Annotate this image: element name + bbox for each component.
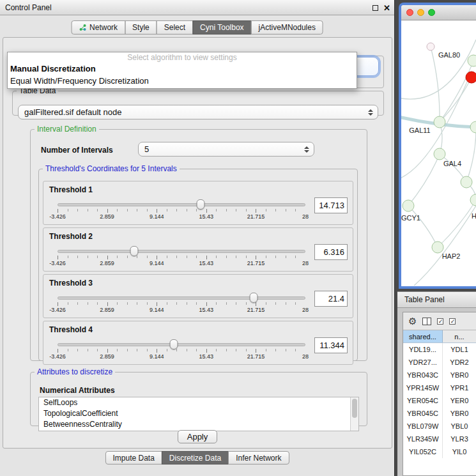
close-icon[interactable]: ✕ [383,4,390,12]
network-node[interactable] [427,43,434,50]
table-cell[interactable]: YLR345W [403,433,443,445]
table-cell[interactable]: YDL1 [443,343,476,356]
checkbox-icon[interactable]: ✓ [437,318,443,325]
threshold-value-field[interactable]: 14.713 [314,197,348,213]
table-cell[interactable]: YLR3 [443,433,476,445]
dropdown-option-manual-discretization[interactable]: Manual Discretization [8,63,357,75]
table-cell[interactable]: YDR2 [443,356,476,369]
threshold-1-panel: Threshold 1 -3.4262.8599.14415.4321.7152… [43,181,353,225]
columns-icon[interactable] [422,318,431,325]
table-row[interactable]: YDR27...YDR2 [403,356,476,369]
maximize-icon[interactable] [372,5,378,11]
slider-track[interactable] [58,250,305,253]
slider-track[interactable] [58,203,305,206]
number-of-intervals-combobox[interactable]: 5 [138,142,314,157]
table-cell[interactable]: YER054C [403,394,443,407]
scrollbar-thumb[interactable] [352,399,357,418]
control-panel-titlebar: Control Panel ✕ [0,0,394,15]
tab-impute-data[interactable]: Impute Data [105,451,162,464]
table-cell[interactable]: YBL0 [443,420,476,433]
column-header-shared-name[interactable]: shared... [403,330,443,342]
slider-track[interactable] [58,343,305,346]
network-node-label: GCY1 [401,214,420,222]
table-row[interactable]: YBL079WYBL0 [403,420,476,433]
table-row[interactable]: YBR043CYBR0 [403,369,476,381]
apply-button[interactable]: Apply [178,430,217,443]
table-row[interactable]: YLR345WYLR3 [403,433,476,445]
network-node[interactable] [432,242,443,253]
numerical-attributes-list[interactable]: SelfLoopsTopologicalCoefficientBetweenne… [38,397,359,431]
tab-cyni-toolbox[interactable]: Cyni Toolbox [192,20,251,35]
number-of-intervals-value: 5 [144,142,149,157]
table-cell[interactable]: YPR1 [443,381,476,394]
tab-style[interactable]: Style [125,20,157,35]
slider-thumb[interactable] [130,246,139,256]
network-canvas[interactable]: GAL80GAL11GAL4GCY1HHAP2 [401,20,476,286]
threshold-value-field[interactable]: 11.344 [314,337,348,353]
tab-select[interactable]: Select [157,20,193,35]
tab-jactivemnodules[interactable]: jActiveMNodules [251,20,323,35]
dropdown-option-equal-width[interactable]: Equal Width/Frequency Discretization [8,75,357,87]
column-header-name[interactable]: n... [443,330,476,342]
threshold-3-slider[interactable]: -3.4262.8599.14415.4321.71528 [58,294,305,316]
table-row[interactable]: YDL19...YDL1 [403,343,476,356]
table-row[interactable]: YIL052CYIL0 [403,445,476,458]
checkbox-icon[interactable]: ✓ [449,318,456,325]
threshold-value-field[interactable]: 6.316 [314,244,348,260]
network-node[interactable] [461,176,472,188]
table-cell[interactable]: YBL079W [403,420,443,433]
network-edge [408,206,438,247]
network-node[interactable] [434,148,445,160]
zoom-traffic-light-icon[interactable] [428,9,435,16]
table-cell[interactable]: YIL0 [443,445,476,458]
network-view-window: GAL80GAL11GAL4GCY1HHAP2 [399,3,476,289]
table-cell[interactable]: YDL19... [403,343,443,356]
tab-infer-network[interactable]: Infer Network [228,451,289,464]
network-node[interactable] [470,121,476,133]
threshold-label: Threshold 2 [49,232,93,241]
scale-tick-label: 9.144 [150,213,164,220]
tab-label: Impute Data [112,454,154,463]
close-traffic-light-icon[interactable] [406,9,413,16]
network-node[interactable] [434,116,445,128]
table-cell[interactable]: YBR0 [443,407,476,420]
tab-discretize-data[interactable]: Discretize Data [162,451,229,464]
tab-network[interactable]: Network [71,20,125,35]
network-node[interactable] [403,200,414,211]
attribute-item[interactable]: SelfLoops [39,397,358,408]
slider-thumb[interactable] [249,293,257,303]
scale-tick-label: 9.144 [150,307,164,313]
network-node-selected[interactable] [466,72,476,83]
table-cell[interactable]: YBR0 [443,369,476,381]
slider-thumb[interactable] [170,339,178,349]
threshold-value-field[interactable]: 21.4 [314,291,348,307]
table-row[interactable]: YER054CYER0 [403,394,476,407]
scale-tick-label: -3.426 [49,213,66,220]
table-header-row: shared... n... [403,330,476,343]
table-cell[interactable]: YIL052C [403,445,443,458]
slider-thumb[interactable] [196,199,204,210]
scale-tick-label: 15.43 [199,353,214,360]
node-table: shared... n... YDL19...YDL1YDR27...YDR2Y… [403,330,476,475]
table-row[interactable]: YPR145WYPR1 [403,381,476,394]
scrollbar[interactable] [350,397,358,431]
network-node-label: H [472,212,476,220]
attribute-item[interactable]: TopologicalCoefficient [39,408,358,419]
threshold-1-slider[interactable]: -3.4262.8599.14415.4321.71528 [58,201,305,222]
attribute-item[interactable]: BetweennessCentrality [39,419,358,430]
threshold-4-slider[interactable]: -3.4262.8599.14415.4321.71528 [58,341,305,362]
table-data-combobox[interactable]: galFiltered.sif default node [18,105,378,119]
slider-track[interactable] [58,296,305,300]
table-cell[interactable]: YDR27... [403,356,443,369]
table-cell[interactable]: YBR043C [403,369,443,381]
scale-tick-label: 28 [302,353,309,360]
threshold-2-slider[interactable]: -3.4262.8599.14415.4321.71528 [58,247,305,269]
network-node[interactable] [470,194,476,206]
table-row[interactable]: YBR045CYBR0 [403,407,476,420]
table-cell[interactable]: YER0 [443,394,476,407]
table-cell[interactable]: YPR145W [403,381,443,394]
minimize-traffic-light-icon[interactable] [417,9,424,16]
network-node[interactable] [468,55,476,66]
gear-icon[interactable]: ⚙ [408,316,417,326]
table-cell[interactable]: YBR045C [403,407,443,420]
